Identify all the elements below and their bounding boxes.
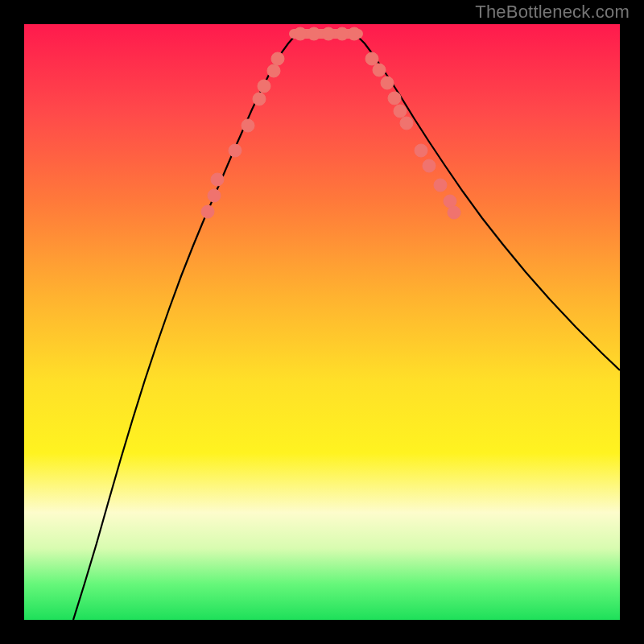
data-point: [415, 144, 427, 157]
data-point: [336, 27, 349, 40]
data-point: [322, 27, 335, 40]
data-point: [381, 76, 394, 89]
left-curve: [73, 37, 294, 620]
data-point: [258, 80, 270, 93]
data-point: [308, 27, 320, 40]
data-point: [267, 64, 280, 77]
data-point: [201, 205, 214, 218]
data-point: [423, 159, 436, 172]
chart-svg: [24, 24, 620, 620]
data-point: [373, 64, 386, 76]
data-point: [394, 105, 407, 118]
data-point: [365, 52, 378, 65]
data-point: [229, 144, 242, 157]
data-point: [271, 52, 284, 65]
right-curve: [358, 37, 620, 370]
data-point: [211, 173, 224, 186]
data-point: [294, 27, 307, 40]
data-point: [388, 92, 401, 105]
data-point: [448, 206, 460, 219]
data-point: [400, 117, 413, 130]
data-point: [348, 27, 361, 40]
scatter-dots: [201, 27, 460, 219]
watermark-text: TheBottleneck.com: [475, 2, 630, 23]
data-point: [253, 93, 266, 105]
data-point: [242, 119, 254, 132]
data-point: [434, 179, 447, 192]
data-point: [208, 189, 221, 202]
